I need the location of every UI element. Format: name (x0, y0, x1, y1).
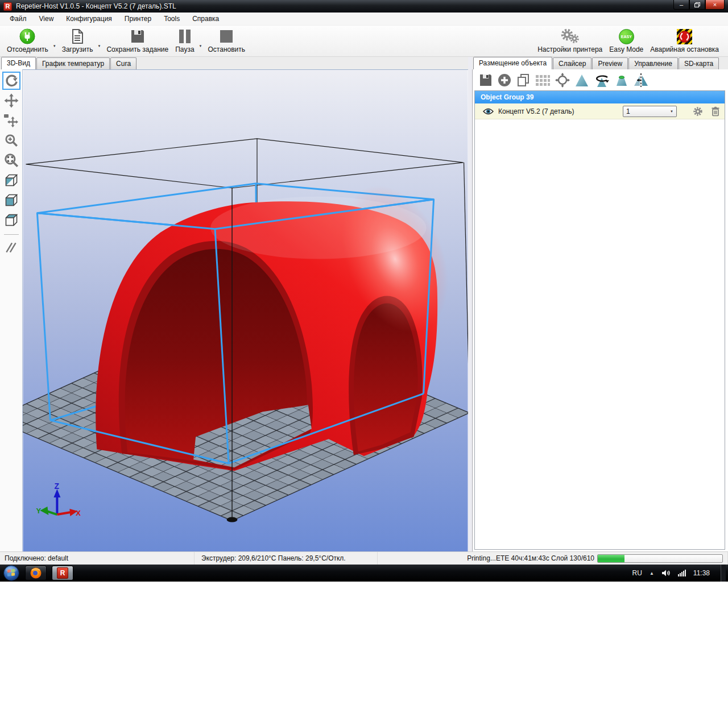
language-indicator[interactable]: RU (632, 569, 642, 577)
emergency-stop-button[interactable]: Аварийная остановка (648, 27, 721, 54)
load-dropdown-arrow[interactable]: ▼ (97, 44, 101, 48)
cube-iso-icon (3, 172, 19, 188)
stop-button[interactable]: Остановить (206, 27, 248, 54)
move-view-icon (4, 93, 19, 108)
isometric-view-button[interactable] (2, 171, 20, 189)
object-group-title: Object Group 39 (481, 93, 533, 101)
save-job-button[interactable]: Сохранить задание (104, 27, 171, 54)
easy-mode-badge: EASY (619, 29, 634, 44)
easy-mode-button[interactable]: EASY Easy Mode (607, 27, 646, 54)
pause-dropdown-arrow[interactable]: ▼ (199, 44, 202, 48)
signal-bars-icon[interactable] (678, 570, 686, 576)
rotate-view-button[interactable] (2, 72, 20, 90)
panel-splitter[interactable] (468, 57, 472, 551)
mirror-object-icon[interactable] (633, 72, 649, 88)
add-object-icon[interactable] (497, 73, 512, 88)
object-settings-button[interactable] (693, 106, 703, 117)
rotate-object-icon[interactable] (593, 73, 610, 88)
load-button[interactable]: Загрузить (60, 27, 96, 54)
close-button[interactable]: × (705, 0, 725, 10)
autoposition-icon[interactable] (535, 73, 551, 88)
speaker-icon[interactable] (661, 569, 671, 577)
clock[interactable]: 11:38 (693, 569, 710, 577)
floppy-icon (129, 28, 146, 45)
window-title: Repetier-Host V1.0.5 - Концепт V5.2 (7 д… (16, 2, 176, 10)
move-object-button[interactable] (2, 111, 20, 130)
cube-top-icon (3, 212, 19, 228)
zoom-button[interactable] (2, 131, 20, 150)
menu-config[interactable]: Конфигурация (60, 13, 118, 24)
disconnect-button[interactable]: Отсоединить (5, 27, 51, 54)
print-progress-bar (597, 554, 723, 563)
trash-icon (711, 106, 720, 117)
tab-cura[interactable]: Cura (110, 57, 136, 69)
tab-sd-card[interactable]: SD-карта (679, 57, 719, 69)
status-bar: Подключено: default Экструдер: 209,6/210… (0, 551, 728, 565)
front-view-button[interactable] (2, 191, 20, 209)
object-list: Object Group 39 Концепт V5.2 (7 деталь) … (474, 90, 725, 550)
zoom-icon (4, 133, 19, 148)
menu-help[interactable]: Справка (186, 13, 225, 24)
repetier-task-icon: R (57, 567, 68, 579)
emergency-stop-label: Аварийная остановка (650, 45, 719, 53)
restore-button[interactable] (689, 0, 705, 10)
eye-icon[interactable] (483, 107, 494, 115)
tab-object-placement[interactable]: Размещение объекта (473, 57, 552, 69)
tab-preview[interactable]: Preview (592, 57, 628, 69)
tab-slicer[interactable]: Слайсер (553, 57, 592, 69)
fit-view-button[interactable] (2, 151, 20, 169)
main-toolbar: Отсоединить ▼ Загрузить ▼ Со (0, 26, 728, 57)
repetier-taskbar-button[interactable]: R (52, 566, 73, 580)
restore-icon (694, 2, 700, 7)
move-view-button[interactable] (2, 92, 20, 110)
title-bar: R Repetier-Host V1.0.5 - Концепт V5.2 (7… (0, 0, 728, 13)
object-row[interactable]: Концепт V5.2 (7 деталь) 1 ▼ (475, 103, 725, 119)
view-tool-sidebar (0, 69, 23, 551)
cut-object-icon[interactable] (614, 73, 629, 88)
document-icon (70, 28, 85, 45)
firefox-taskbar-button[interactable] (25, 566, 47, 580)
printer-settings-button[interactable]: Настройки принтера (535, 27, 605, 54)
fit-view-icon (3, 152, 19, 168)
cube-front-icon (3, 192, 19, 208)
axis-z-label: Z (54, 482, 59, 491)
save-icon[interactable] (478, 73, 493, 88)
emergency-stop-icon (677, 29, 692, 44)
printing-status: Printing...ETE 40ч:41м:43с Слой 130/610 (467, 554, 594, 562)
tab-control[interactable]: Управление (628, 57, 678, 69)
object-group-header[interactable]: Object Group 39 (475, 91, 725, 103)
panel-tabs: Размещение объекта Слайсер Preview Управ… (472, 57, 728, 69)
parallel-projection-icon (4, 240, 19, 255)
show-desktop-button[interactable] (721, 565, 726, 582)
object-delete-button[interactable] (711, 106, 720, 117)
pause-icon (177, 28, 192, 45)
parallel-projection-button[interactable] (2, 238, 20, 256)
copy-object-icon[interactable] (516, 73, 531, 88)
pause-label: Пауза (175, 45, 194, 53)
copies-value: 1 (626, 107, 630, 115)
tab-temperature-graph[interactable]: График температур (36, 57, 110, 69)
print-progress-fill (598, 555, 624, 562)
start-orb-icon[interactable] (3, 565, 20, 582)
menu-view[interactable]: View (33, 13, 60, 24)
toolbar-right-group: Настройки принтера EASY Easy Mode Ава (535, 27, 723, 54)
chevron-down-icon: ▼ (670, 110, 673, 113)
close-icon: × (713, 2, 717, 8)
menu-tools[interactable]: Tools (158, 13, 186, 24)
menu-printer[interactable]: Принтер (118, 13, 158, 24)
tab-3d-view[interactable]: 3D-Вид (1, 57, 36, 69)
view-tabs: 3D-Вид График температур Cura (0, 57, 468, 69)
menu-file[interactable]: Файл (3, 13, 33, 24)
app-icon: R (3, 2, 12, 11)
minimize-button[interactable]: – (673, 0, 689, 10)
system-tray: RU ▲ 11:38 (632, 565, 728, 582)
pause-button[interactable]: Пауза (173, 27, 196, 54)
viewport-3d-canvas[interactable]: Z Y X (23, 69, 468, 551)
sidebar-divider (4, 234, 19, 235)
disconnect-dropdown-arrow[interactable]: ▼ (53, 44, 56, 48)
scale-object-icon[interactable] (574, 73, 589, 88)
copies-dropdown[interactable]: 1 ▼ (623, 106, 677, 117)
tray-expand-icon[interactable]: ▲ (650, 571, 654, 576)
center-object-icon[interactable] (555, 72, 570, 88)
top-view-button[interactable] (2, 211, 20, 229)
